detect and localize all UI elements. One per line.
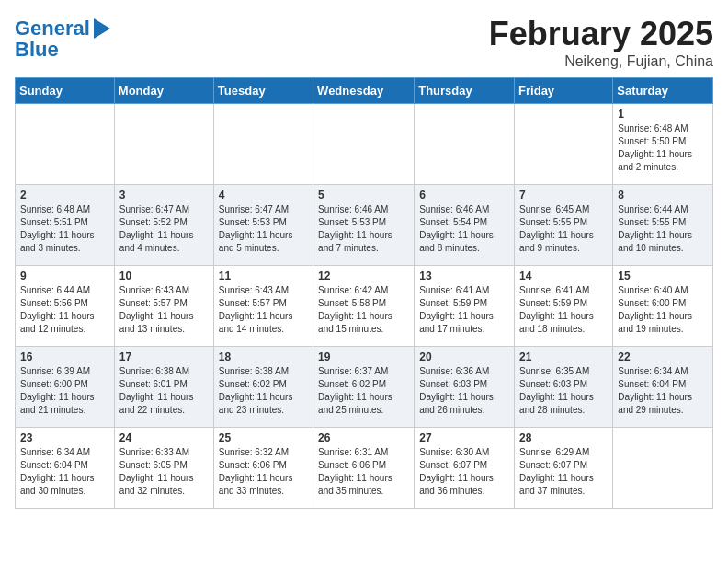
day-number: 12	[318, 270, 409, 282]
day-number: 17	[119, 350, 209, 363]
calendar-cell: 5Sunrise: 6:46 AM Sunset: 5:53 PM Daylig…	[313, 185, 415, 266]
calendar-week-row: 2Sunrise: 6:48 AM Sunset: 5:51 PM Daylig…	[16, 185, 713, 266]
calendar-cell: 1Sunrise: 6:48 AM Sunset: 5:50 PM Daylig…	[613, 104, 713, 185]
calendar-cell	[613, 428, 713, 509]
calendar-cell: 8Sunrise: 6:44 AM Sunset: 5:55 PM Daylig…	[613, 185, 713, 266]
day-info: Sunrise: 6:34 AM Sunset: 6:04 PM Dayligh…	[618, 365, 708, 417]
title-block: February 2025 Neikeng, Fujian, China	[489, 15, 713, 70]
calendar-week-row: 1Sunrise: 6:48 AM Sunset: 5:50 PM Daylig…	[16, 104, 713, 185]
month-title: February 2025	[489, 15, 713, 53]
logo-blue-text: Blue	[15, 39, 59, 61]
day-info: Sunrise: 6:41 AM Sunset: 5:59 PM Dayligh…	[419, 284, 509, 336]
day-info: Sunrise: 6:40 AM Sunset: 6:00 PM Dayligh…	[618, 284, 708, 336]
calendar-week-row: 9Sunrise: 6:44 AM Sunset: 5:56 PM Daylig…	[16, 266, 713, 347]
day-number: 21	[519, 350, 608, 363]
day-info: Sunrise: 6:43 AM Sunset: 5:57 PM Dayligh…	[219, 284, 308, 336]
calendar-cell: 3Sunrise: 6:47 AM Sunset: 5:52 PM Daylig…	[114, 185, 213, 266]
day-number: 20	[419, 350, 509, 363]
calendar-cell: 24Sunrise: 6:33 AM Sunset: 6:05 PM Dayli…	[114, 428, 213, 509]
day-number: 1	[618, 108, 708, 121]
day-info: Sunrise: 6:48 AM Sunset: 5:50 PM Dayligh…	[618, 122, 708, 174]
weekday-header-monday: Monday	[114, 78, 213, 104]
day-info: Sunrise: 6:43 AM Sunset: 5:57 PM Dayligh…	[119, 284, 209, 336]
day-number: 27	[419, 431, 509, 444]
day-info: Sunrise: 6:36 AM Sunset: 6:03 PM Dayligh…	[419, 365, 509, 417]
day-number: 26	[318, 431, 409, 444]
day-number: 18	[219, 350, 308, 363]
day-info: Sunrise: 6:30 AM Sunset: 6:07 PM Dayligh…	[419, 446, 509, 498]
calendar-cell: 14Sunrise: 6:41 AM Sunset: 5:59 PM Dayli…	[515, 266, 613, 347]
calendar-cell: 15Sunrise: 6:40 AM Sunset: 6:00 PM Dayli…	[613, 266, 713, 347]
location-subtitle: Neikeng, Fujian, China	[489, 53, 713, 70]
calendar-week-row: 23Sunrise: 6:34 AM Sunset: 6:04 PM Dayli…	[16, 428, 713, 509]
day-number: 19	[318, 350, 409, 363]
calendar-cell: 16Sunrise: 6:39 AM Sunset: 6:00 PM Dayli…	[16, 347, 115, 428]
weekday-header-friday: Friday	[515, 78, 613, 104]
weekday-header-thursday: Thursday	[415, 78, 515, 104]
weekday-header-row: SundayMondayTuesdayWednesdayThursdayFrid…	[16, 78, 713, 104]
calendar-cell: 10Sunrise: 6:43 AM Sunset: 5:57 PM Dayli…	[114, 266, 213, 347]
page-header: General Blue February 2025 Neikeng, Fuji…	[15, 15, 713, 70]
day-number: 2	[20, 189, 109, 201]
calendar-cell: 13Sunrise: 6:41 AM Sunset: 5:59 PM Dayli…	[415, 266, 515, 347]
day-info: Sunrise: 6:38 AM Sunset: 6:01 PM Dayligh…	[119, 365, 209, 417]
calendar-cell: 25Sunrise: 6:32 AM Sunset: 6:06 PM Dayli…	[213, 428, 313, 509]
day-number: 7	[519, 189, 608, 201]
day-info: Sunrise: 6:35 AM Sunset: 6:03 PM Dayligh…	[519, 365, 608, 417]
calendar-cell: 20Sunrise: 6:36 AM Sunset: 6:03 PM Dayli…	[415, 347, 515, 428]
day-number: 22	[618, 350, 708, 363]
day-info: Sunrise: 6:38 AM Sunset: 6:02 PM Dayligh…	[219, 365, 308, 417]
day-info: Sunrise: 6:34 AM Sunset: 6:04 PM Dayligh…	[20, 446, 109, 498]
calendar-cell	[515, 104, 613, 185]
calendar-cell: 2Sunrise: 6:48 AM Sunset: 5:51 PM Daylig…	[16, 185, 115, 266]
logo: General Blue	[15, 15, 110, 61]
weekday-header-sunday: Sunday	[16, 78, 115, 104]
day-info: Sunrise: 6:44 AM Sunset: 5:55 PM Dayligh…	[618, 203, 708, 255]
day-number: 8	[618, 189, 708, 201]
day-number: 4	[219, 189, 308, 201]
calendar-cell: 4Sunrise: 6:47 AM Sunset: 5:53 PM Daylig…	[213, 185, 313, 266]
calendar-table: SundayMondayTuesdayWednesdayThursdayFrid…	[15, 77, 713, 509]
svg-marker-0	[94, 18, 110, 39]
day-info: Sunrise: 6:37 AM Sunset: 6:02 PM Dayligh…	[318, 365, 409, 417]
calendar-cell: 9Sunrise: 6:44 AM Sunset: 5:56 PM Daylig…	[16, 266, 115, 347]
day-info: Sunrise: 6:47 AM Sunset: 5:53 PM Dayligh…	[219, 203, 308, 255]
calendar-cell: 7Sunrise: 6:45 AM Sunset: 5:55 PM Daylig…	[515, 185, 613, 266]
day-info: Sunrise: 6:42 AM Sunset: 5:58 PM Dayligh…	[318, 284, 409, 336]
day-info: Sunrise: 6:31 AM Sunset: 6:06 PM Dayligh…	[318, 446, 409, 498]
calendar-cell: 18Sunrise: 6:38 AM Sunset: 6:02 PM Dayli…	[213, 347, 313, 428]
logo-arrow-icon	[94, 18, 110, 39]
day-info: Sunrise: 6:29 AM Sunset: 6:07 PM Dayligh…	[519, 446, 608, 498]
calendar-cell: 28Sunrise: 6:29 AM Sunset: 6:07 PM Dayli…	[515, 428, 613, 509]
day-info: Sunrise: 6:41 AM Sunset: 5:59 PM Dayligh…	[519, 284, 608, 336]
calendar-cell: 19Sunrise: 6:37 AM Sunset: 6:02 PM Dayli…	[313, 347, 415, 428]
day-info: Sunrise: 6:46 AM Sunset: 5:53 PM Dayligh…	[318, 203, 409, 255]
calendar-cell: 23Sunrise: 6:34 AM Sunset: 6:04 PM Dayli…	[16, 428, 115, 509]
day-number: 14	[519, 270, 608, 282]
calendar-cell: 22Sunrise: 6:34 AM Sunset: 6:04 PM Dayli…	[613, 347, 713, 428]
calendar-cell	[313, 104, 415, 185]
calendar-cell: 26Sunrise: 6:31 AM Sunset: 6:06 PM Dayli…	[313, 428, 415, 509]
day-number: 28	[519, 431, 608, 444]
weekday-header-saturday: Saturday	[613, 78, 713, 104]
day-info: Sunrise: 6:44 AM Sunset: 5:56 PM Dayligh…	[20, 284, 109, 336]
day-info: Sunrise: 6:48 AM Sunset: 5:51 PM Dayligh…	[20, 203, 109, 255]
calendar-cell	[16, 104, 115, 185]
calendar-cell: 27Sunrise: 6:30 AM Sunset: 6:07 PM Dayli…	[415, 428, 515, 509]
day-number: 24	[119, 431, 209, 444]
day-number: 11	[219, 270, 308, 282]
day-info: Sunrise: 6:46 AM Sunset: 5:54 PM Dayligh…	[419, 203, 509, 255]
day-info: Sunrise: 6:47 AM Sunset: 5:52 PM Dayligh…	[119, 203, 209, 255]
calendar-cell	[415, 104, 515, 185]
calendar-cell	[114, 104, 213, 185]
calendar-cell: 17Sunrise: 6:38 AM Sunset: 6:01 PM Dayli…	[114, 347, 213, 428]
calendar-cell: 6Sunrise: 6:46 AM Sunset: 5:54 PM Daylig…	[415, 185, 515, 266]
day-info: Sunrise: 6:33 AM Sunset: 6:05 PM Dayligh…	[119, 446, 209, 498]
day-number: 10	[119, 270, 209, 282]
day-info: Sunrise: 6:45 AM Sunset: 5:55 PM Dayligh…	[519, 203, 608, 255]
calendar-cell: 21Sunrise: 6:35 AM Sunset: 6:03 PM Dayli…	[515, 347, 613, 428]
day-number: 23	[20, 431, 109, 444]
weekday-header-wednesday: Wednesday	[313, 78, 415, 104]
weekday-header-tuesday: Tuesday	[213, 78, 313, 104]
calendar-cell: 12Sunrise: 6:42 AM Sunset: 5:58 PM Dayli…	[313, 266, 415, 347]
